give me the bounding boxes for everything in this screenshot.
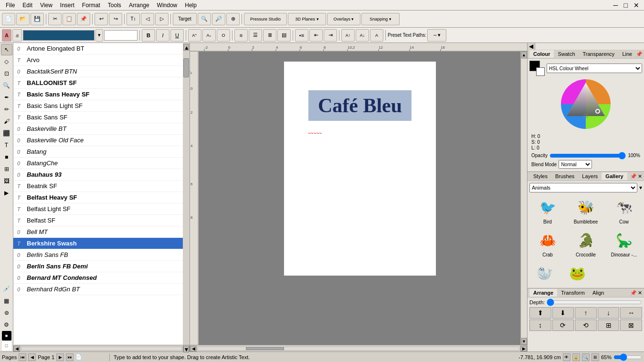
- depth-slider[interactable]: [547, 300, 642, 304]
- tab-brushes[interactable]: Brushes: [551, 172, 578, 180]
- tab-gallery[interactable]: Gallery: [602, 172, 627, 180]
- font-item-backtalkserif-btn[interactable]: 0BacktalkSerif BTN: [13, 66, 183, 77]
- window-minimize[interactable]: ─: [611, 1, 621, 9]
- flip-v-btn[interactable]: ↕: [529, 319, 551, 331]
- font-item-artone-elongated-bt[interactable]: 0Artone Elongated BT: [13, 43, 183, 54]
- opacity-slider[interactable]: [549, 154, 626, 158]
- font-item-basic-sans-sf[interactable]: TBasic Sans SF: [13, 112, 183, 123]
- last-page-btn[interactable]: ⏭: [66, 353, 74, 361]
- font-name-input[interactable]: Times New Roman: [23, 30, 95, 41]
- font-item-belfast-sf[interactable]: TBelfast SF: [13, 215, 183, 226]
- cut-btn[interactable]: ✂: [48, 13, 62, 25]
- macro-tool[interactable]: ⚙: [1, 319, 12, 330]
- font-item-bell-mt[interactable]: 0Bell MT: [13, 226, 183, 238]
- font-item-basic-sans-heavy-sf[interactable]: TBasic Sans Heavy SF: [13, 89, 183, 100]
- first-page-btn[interactable]: ⏮: [19, 353, 26, 361]
- gallery-item-cow[interactable]: 🐄 Cow: [606, 194, 642, 225]
- bold-btn[interactable]: B: [142, 29, 155, 42]
- font-item-belfast-heavy-sf[interactable]: TBelfast Heavy SF: [13, 192, 183, 203]
- zoom-fit-btn[interactable]: ⊕: [226, 13, 240, 25]
- canvas-area[interactable]: -2 0 2 4 6 8 Café Bleu ~: [190, 52, 520, 345]
- tab-styles[interactable]: Styles: [529, 172, 551, 180]
- font-item-berkshire-swash[interactable]: TBerkshire Swash: [13, 238, 183, 249]
- superscript-btn[interactable]: A⁺: [188, 29, 201, 42]
- new-btn[interactable]: 📄: [2, 13, 15, 25]
- italic-btn[interactable]: I: [156, 29, 169, 42]
- color-picker-tool[interactable]: 💉: [1, 283, 12, 295]
- text-tool[interactable]: T: [1, 139, 12, 151]
- arrange-pin[interactable]: 📌: [630, 290, 637, 296]
- rotate-left-btn[interactable]: ◁: [141, 13, 154, 25]
- rotate-ccw-btn[interactable]: ⟲: [575, 319, 597, 331]
- tab-arrange[interactable]: Arrange: [529, 289, 557, 297]
- snapping-btn[interactable]: Snapping ▾: [361, 13, 400, 25]
- tab-colour[interactable]: Colour: [529, 50, 554, 58]
- flip-h-btn[interactable]: ↔: [620, 307, 642, 319]
- next-page-btn[interactable]: ▶: [56, 353, 64, 361]
- gallery-item-crocodile[interactable]: 🐊 Crocodile: [568, 227, 604, 258]
- redo-btn[interactable]: ↪: [109, 13, 122, 25]
- bg-swatch[interactable]: [536, 67, 545, 76]
- align-center-btn[interactable]: ☰: [249, 29, 262, 42]
- open-btn[interactable]: 📂: [16, 13, 30, 25]
- zoom-controls[interactable]: 🔍: [582, 353, 590, 361]
- font-item-arvo[interactable]: TArvo: [13, 54, 183, 66]
- background-color[interactable]: □: [2, 341, 11, 351]
- menu-edit[interactable]: Edit: [19, 1, 36, 10]
- undo-btn[interactable]: ↩: [95, 13, 108, 25]
- vertical-scrollbar[interactable]: ▲ ▼: [520, 52, 527, 345]
- move-down-btn[interactable]: ↓: [598, 307, 620, 319]
- font-item-berlin-sans-fb-demi[interactable]: 0Berlin Sans FB Demi: [13, 261, 183, 272]
- text-size-down-btn[interactable]: A↓: [356, 29, 369, 42]
- rotate-right-btn[interactable]: ▷: [155, 13, 169, 25]
- font-item-beatnik-sf[interactable]: TBeatnik SF: [13, 181, 183, 192]
- brush-tool[interactable]: 🖌: [1, 116, 12, 127]
- node-tool[interactable]: ◇: [1, 56, 12, 67]
- gallery-close[interactable]: ✕: [638, 173, 642, 180]
- blend-mode-select[interactable]: Normal: [559, 160, 592, 169]
- gallery-item-extra1[interactable]: 🦭: [529, 260, 560, 286]
- copy-btn[interactable]: 📋: [63, 13, 76, 25]
- indent-right-btn[interactable]: ⇥: [324, 29, 337, 42]
- menu-arrange[interactable]: Arrange: [125, 1, 153, 10]
- gallery-item-dinosaur[interactable]: 🦕 Dinosaur -...: [606, 227, 642, 258]
- menu-view[interactable]: View: [36, 1, 56, 10]
- rotate-cw-btn[interactable]: ⟳: [552, 319, 574, 331]
- fit-btn[interactable]: ⊞: [591, 353, 599, 361]
- text-color-btn[interactable]: A: [370, 29, 383, 42]
- list-btn[interactable]: •≡: [295, 29, 308, 42]
- font-item-baskerville-bt[interactable]: 0Baskerville BT: [13, 123, 183, 135]
- window-close[interactable]: ✕: [631, 1, 642, 9]
- clone-tool[interactable]: ⊚: [1, 307, 12, 319]
- gallery-category-select[interactable]: Animals: [529, 183, 637, 192]
- move-up-btn[interactable]: ↑: [575, 307, 597, 319]
- arrange-close[interactable]: ✕: [638, 290, 642, 296]
- color-mode-select[interactable]: HSL Colour Wheel: [547, 64, 642, 73]
- align-justify-btn[interactable]: ▤: [277, 29, 291, 42]
- foreground-color[interactable]: ■: [2, 331, 11, 341]
- zoom-slider[interactable]: [613, 355, 642, 360]
- transform-btn[interactable]: T↕: [127, 13, 140, 25]
- font-scrollbar[interactable]: ▲ ▼: [183, 43, 190, 345]
- subscript-btn[interactable]: A₊: [202, 29, 216, 42]
- font-item-belfast-light-sf[interactable]: TBelfast Light SF: [13, 203, 183, 215]
- tab-layers[interactable]: Layers: [578, 172, 602, 180]
- table-tool[interactable]: ⊞: [1, 163, 12, 175]
- font-hscrollbar[interactable]: ◀ ▶: [13, 345, 190, 351]
- preset-text-path-selector[interactable]: ～▾: [427, 29, 446, 42]
- font-item-bauhaus-93[interactable]: 0Bauhaus 93: [13, 169, 183, 181]
- color-wheel-container[interactable]: [560, 78, 612, 130]
- save-btn[interactable]: 💾: [31, 13, 44, 25]
- crop-tool[interactable]: ⊡: [1, 68, 12, 79]
- text-size-up-btn[interactable]: A↑: [341, 29, 355, 42]
- font-item-bernhard-rdgn-bt[interactable]: 0Bernhard RdGn BT: [13, 284, 183, 295]
- gradient-tool[interactable]: ▦: [1, 295, 12, 307]
- font-item-berlin-sans-fb[interactable]: 0Berlin Sans FB: [13, 249, 183, 261]
- scroll-thumb[interactable]: [183, 58, 189, 77]
- window-maximize[interactable]: □: [621, 1, 631, 9]
- tab-align[interactable]: Align: [589, 289, 608, 297]
- gallery-item-crab[interactable]: 🦀 Crab: [529, 227, 566, 258]
- fill-tool[interactable]: ⬛: [1, 128, 12, 139]
- ungroup-btn[interactable]: ⊠: [620, 319, 642, 331]
- paste-btn[interactable]: 📌: [77, 13, 90, 25]
